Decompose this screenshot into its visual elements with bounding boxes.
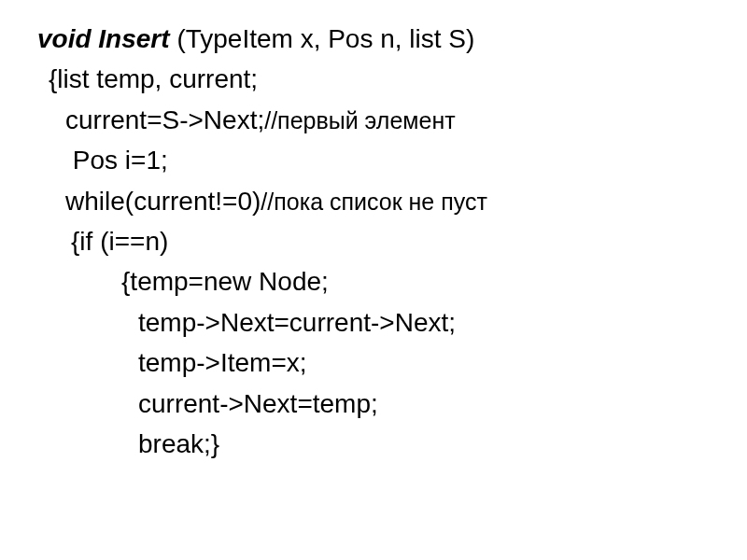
function-params: (TypeItem x, Pos n, list S): [176, 24, 474, 53]
code-line-6: {if (i==n): [37, 221, 719, 261]
code-line-9: temp->Item=x;: [37, 343, 719, 383]
code-line-5: while(current!=0)//пока список не пуст: [37, 181, 719, 221]
code-line-1: void Insert (TypeItem x, Pos n, list S): [37, 19, 719, 59]
code-line-5-code: while(current!=0): [65, 187, 261, 216]
code-line-8: temp->Next=current->Next;: [37, 302, 719, 343]
code-line-10: current->Next=temp;: [37, 384, 719, 424]
function-signature-bold: void Insert: [37, 24, 176, 53]
code-line-11: break;}: [37, 424, 719, 464]
code-line-4: Pos i=1;: [37, 140, 719, 180]
code-line-3-code: current=S->Next;: [65, 105, 264, 134]
code-line-2: {list temp, current;: [37, 59, 719, 99]
code-line-7: {temp=new Node;: [37, 261, 719, 301]
code-line-5-comment: //пока список не пуст: [261, 189, 487, 215]
code-line-3: current=S->Next;//первый элемент: [37, 100, 719, 140]
code-line-3-comment: //первый элемент: [264, 107, 455, 133]
